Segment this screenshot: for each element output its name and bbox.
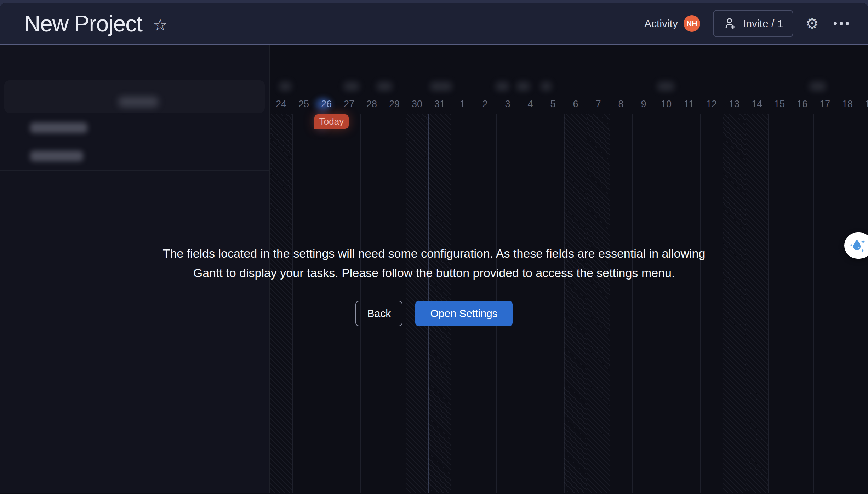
settings-gear-icon[interactable]: ⚙ [805,16,819,31]
avatar[interactable]: NH [684,15,700,32]
gantt-date-label: 17 [813,96,836,112]
blurred-month-label [344,82,359,91]
blurred-month-label [516,82,530,91]
onboarding-message-line: The fields located in the settings will … [0,244,868,263]
blurred-month-label [279,82,291,91]
gantt-date-label: 14 [746,96,768,112]
today-marker-pill: Today [314,114,349,129]
onboarding-message-line: Gantt to display your tasks. Please foll… [0,263,868,283]
gantt-date-label: 3 [496,96,519,112]
gantt-date-label: 2 [474,96,496,112]
gantt-date-label: 24 [270,96,292,112]
gantt-date-label: 30 [406,96,428,112]
more-options-icon[interactable] [834,22,849,25]
gantt-date-label: 8 [610,96,632,112]
app-window: New Project ☆ Activity NH Invite / 1 ⚙ [0,3,868,494]
gantt-date-label: 15 [768,96,791,112]
onboarding-message: The fields located in the settings will … [0,244,868,283]
back-button[interactable]: Back [355,301,402,326]
person-plus-icon [723,17,737,31]
onboarding-actions: Back Open Settings [0,301,868,326]
topbar: New Project ☆ Activity NH Invite / 1 ⚙ [0,3,868,45]
open-settings-button[interactable]: Open Settings [415,301,512,326]
invite-button[interactable]: Invite / 1 [713,10,793,37]
blurred-month-label [496,82,509,91]
gantt-date-label: 16 [791,96,813,112]
blurred-task-row [30,151,83,161]
invite-button-label: Invite / 1 [743,18,783,30]
favorite-star-icon[interactable]: ☆ [153,17,167,33]
gantt-date-label: 9 [632,96,655,112]
ai-assistant-button[interactable] [844,232,868,259]
gantt-date-label: 10 [655,96,678,112]
topbar-actions: Activity NH Invite / 1 ⚙ [629,10,849,37]
water-drop-sparkle-icon [849,236,867,255]
gantt-date-label: 28 [360,96,383,112]
gantt-date-label: 1 [451,96,474,112]
gantt-date-label: 11 [678,96,700,112]
gantt-date-label: 4 [519,96,542,112]
activity-button[interactable]: Activity [644,18,678,30]
blurred-month-label [810,82,826,91]
gantt-date-label: 5 [542,96,564,112]
gantt-date-label: 26 [315,96,338,112]
gantt-date-label: 13 [723,96,746,112]
gantt-date-label: 6 [564,96,587,112]
gantt-date-label: 31 [428,96,451,112]
blurred-month-label [430,82,452,91]
blurred-month-label [657,82,674,91]
gantt-date-label: 12 [700,96,723,112]
gantt-date-label: 7 [587,96,610,112]
blurred-column-title [119,97,158,107]
gantt-date-label: 18 [836,96,859,112]
blurred-month-label [377,82,392,91]
gantt-view: 2425262728293031123456789101112131415161… [0,45,868,493]
topbar-divider [629,13,629,34]
gantt-date-label: 29 [383,96,406,112]
gantt-date-label: 25 [292,96,315,112]
blurred-month-label [541,82,552,91]
gantt-date-label: 19 [859,96,868,112]
page-title: New Project [24,11,142,37]
blurred-task-row [30,122,87,133]
gantt-date-label: 27 [338,96,360,112]
